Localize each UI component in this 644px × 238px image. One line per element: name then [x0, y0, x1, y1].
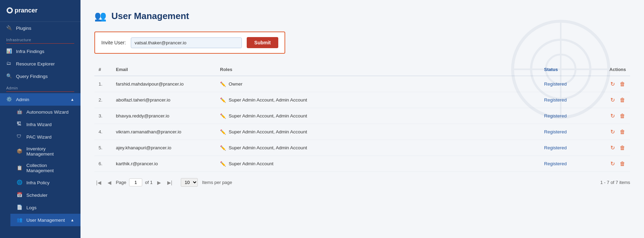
- sidebar-item-collection-management-label: Collection Management: [26, 163, 74, 173]
- infra-findings-icon: 📊: [6, 48, 12, 54]
- sidebar-item-infra-wizard[interactable]: 🏗 Infra Wizard: [10, 118, 80, 131]
- delete-button[interactable]: 🗑: [619, 160, 626, 168]
- col-header-email: Email: [112, 63, 216, 76]
- of-label: of 1: [145, 180, 153, 185]
- svg-point-1: [8, 9, 11, 12]
- row-email: abolfazl.taheri@prancer.io: [112, 92, 216, 108]
- row-actions: ↻ 🗑: [595, 76, 630, 92]
- edit-role-icon[interactable]: ✏️: [220, 81, 226, 87]
- user-management-icon: 👥: [17, 217, 23, 223]
- invite-user-box: Invite User: Submit: [94, 32, 285, 54]
- sidebar-item-logs[interactable]: 📄 Logs: [10, 201, 80, 214]
- col-header-num: #: [94, 63, 112, 76]
- row-role: ✏️ Owner: [216, 76, 540, 92]
- edit-role-icon[interactable]: ✏️: [220, 97, 226, 103]
- table-header-row: # Email Roles Status Actions: [94, 63, 630, 76]
- delete-button[interactable]: 🗑: [619, 80, 626, 88]
- refresh-button[interactable]: ↻: [610, 160, 616, 168]
- sidebar-item-autonomous-wizard-label: Autonomous Wizard: [26, 109, 69, 115]
- invite-email-input[interactable]: [131, 37, 242, 48]
- last-page-button[interactable]: ▶|: [166, 179, 174, 186]
- admin-submenu: 🤖 Autonomous Wizard 🏗 Infra Wizard 🛡 PAC…: [0, 106, 80, 226]
- delete-button[interactable]: 🗑: [619, 128, 626, 136]
- sidebar-item-scheduler[interactable]: 📅 Scheduler: [10, 189, 80, 201]
- col-header-roles: Roles: [216, 63, 540, 76]
- page-title-icon: 👥: [94, 10, 107, 22]
- row-role: ✏️ Super Admin Account, Admin Account: [216, 108, 540, 124]
- delete-button[interactable]: 🗑: [619, 144, 626, 152]
- submit-button[interactable]: Submit: [247, 37, 278, 48]
- col-header-status: Status: [540, 63, 595, 76]
- delete-button[interactable]: 🗑: [619, 96, 626, 104]
- admin-icon: ⚙️: [6, 96, 12, 103]
- logs-icon: 📄: [17, 204, 23, 211]
- sidebar: prancer 🔌 Plugins Infrastructure 📊 Infra…: [0, 0, 80, 238]
- svg-text:prancer: prancer: [15, 7, 37, 14]
- sidebar-item-query-findings-label: Query Findings: [16, 74, 48, 79]
- sidebar-item-infra-wizard-label: Infra Wizard: [26, 122, 52, 127]
- page-header: 👥 User Management: [94, 10, 630, 22]
- row-actions: ↻ 🗑: [595, 140, 630, 156]
- refresh-button[interactable]: ↻: [610, 112, 616, 120]
- refresh-button[interactable]: ↻: [610, 80, 616, 88]
- delete-button[interactable]: 🗑: [619, 112, 626, 120]
- sidebar-item-infra-findings[interactable]: 📊 Infra Findings: [0, 45, 80, 58]
- sidebar-item-pac-wizard[interactable]: 🛡 PAC Wizard: [10, 131, 80, 143]
- next-page-button[interactable]: ▶: [155, 179, 163, 186]
- table-row: 6. karthik.r@prancer.io ✏️ Super Admin A…: [94, 156, 630, 172]
- logo: prancer: [0, 0, 80, 22]
- refresh-button[interactable]: ↻: [610, 96, 616, 104]
- autonomous-wizard-icon: 🤖: [17, 109, 23, 115]
- role-text: Super Admin Account, Admin Account: [229, 129, 307, 134]
- page-number-input[interactable]: [129, 178, 142, 186]
- sidebar-item-collection-management[interactable]: 📋 Collection Management: [10, 160, 80, 176]
- row-status: Registered: [540, 76, 595, 92]
- table-row: 2. abolfazl.taheri@prancer.io ✏️ Super A…: [94, 92, 630, 108]
- table-row: 5. ajey.khanapuri@prancer.io ✏️ Super Ad…: [94, 140, 630, 156]
- row-status: Registered: [540, 108, 595, 124]
- first-page-button[interactable]: |◀: [94, 179, 103, 186]
- row-email: ajey.khanapuri@prancer.io: [112, 140, 216, 156]
- collection-icon: 📋: [17, 165, 23, 171]
- pac-wizard-icon: 🛡: [17, 134, 23, 140]
- row-actions: ↻ 🗑: [595, 108, 630, 124]
- main-content: 👥 User Management Invite User: Submit # …: [80, 0, 644, 238]
- sidebar-item-plugins[interactable]: 🔌 Plugins: [0, 22, 80, 34]
- row-num: 2.: [94, 92, 112, 108]
- edit-role-icon[interactable]: ✏️: [220, 129, 226, 135]
- plugins-icon: 🔌: [6, 25, 12, 31]
- sidebar-item-query-findings[interactable]: 🔍 Query Findings: [0, 70, 80, 82]
- sidebar-item-user-management[interactable]: 👥 User Management ▲: [10, 214, 80, 226]
- row-actions: ↻ 🗑: [595, 124, 630, 140]
- row-num: 1.: [94, 76, 112, 92]
- user-management-chevron-icon: ▲: [70, 218, 74, 222]
- invite-label: Invite User:: [101, 40, 126, 45]
- row-num: 5.: [94, 140, 112, 156]
- sidebar-item-user-management-label: User Management: [26, 218, 65, 223]
- sidebar-item-resource-explorer-label: Resource Explorer: [16, 61, 55, 67]
- edit-role-icon[interactable]: ✏️: [220, 161, 226, 167]
- refresh-button[interactable]: ↻: [610, 128, 616, 136]
- role-text: Owner: [229, 81, 243, 87]
- per-page-select[interactable]: 10 25 50: [181, 178, 198, 187]
- edit-role-icon[interactable]: ✏️: [220, 145, 226, 151]
- refresh-button[interactable]: ↻: [610, 144, 616, 152]
- sidebar-item-scheduler-label: Scheduler: [26, 193, 48, 198]
- sidebar-item-plugins-label: Plugins: [16, 26, 31, 31]
- row-num: 4.: [94, 124, 112, 140]
- row-email: bhavya.reddy@prancer.io: [112, 108, 216, 124]
- sidebar-item-inventory-management[interactable]: 📦 Inventory Management: [10, 143, 80, 160]
- sidebar-item-admin-label: Admin: [16, 97, 29, 102]
- table-body: 1. farshid.mahdavipour@prancer.io ✏️ Own…: [94, 76, 630, 172]
- sidebar-item-infra-policy[interactable]: 🌐 Infra Policy: [10, 176, 80, 189]
- sidebar-item-autonomous-wizard[interactable]: 🤖 Autonomous Wizard: [10, 106, 80, 118]
- infra-wizard-icon: 🏗: [17, 121, 23, 127]
- sidebar-item-resource-explorer[interactable]: 🗂 Resource Explorer: [0, 58, 80, 70]
- row-status: Registered: [540, 124, 595, 140]
- row-actions: ↻ 🗑: [595, 156, 630, 172]
- items-per-page-label: Items per page: [202, 180, 232, 185]
- edit-role-icon[interactable]: ✏️: [220, 113, 226, 119]
- prev-page-button[interactable]: ◀: [106, 179, 113, 186]
- admin-section-label: Admin: [0, 82, 80, 91]
- sidebar-item-admin[interactable]: ⚙️ Admin ▲: [0, 93, 80, 106]
